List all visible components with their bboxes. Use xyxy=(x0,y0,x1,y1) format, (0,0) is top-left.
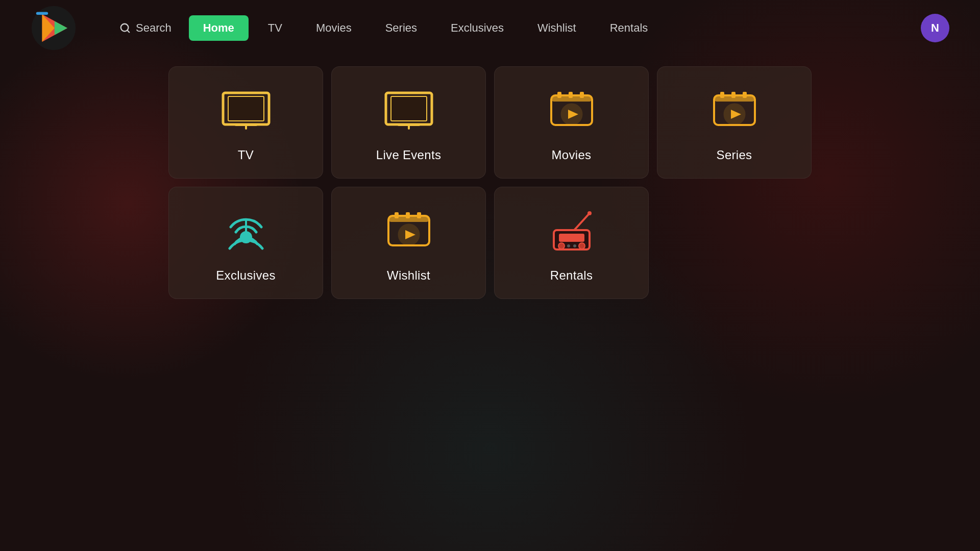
exclusives-label: Exclusives xyxy=(216,268,275,283)
live-events-label: Live Events xyxy=(376,148,441,162)
live-events-icon xyxy=(383,90,434,131)
svg-rect-8 xyxy=(228,96,264,121)
svg-point-45 xyxy=(573,244,576,247)
navigation: Search Home TV Movies Series Exclusives … xyxy=(107,15,921,41)
grid-item-series[interactable]: Series xyxy=(657,66,812,179)
exclusives-icon-wrapper xyxy=(218,203,274,259)
tv-icon xyxy=(220,90,272,131)
movies-icon xyxy=(546,88,597,134)
nav-rentals[interactable]: Rentals xyxy=(596,15,663,41)
nav-home[interactable]: Home xyxy=(189,15,249,41)
series-icon xyxy=(709,88,760,134)
rentals-icon xyxy=(546,206,597,257)
svg-line-42 xyxy=(574,213,590,230)
nav-exclusives[interactable]: Exclusives xyxy=(436,15,518,41)
series-label: Series xyxy=(717,148,752,162)
exclusives-icon xyxy=(220,206,272,257)
grid-item-rentals[interactable]: Rentals xyxy=(494,187,649,299)
tv-icon-wrapper xyxy=(218,83,274,139)
grid-item-movies[interactable]: Movies xyxy=(494,66,649,179)
grid-item-tv[interactable]: TV xyxy=(168,66,323,179)
rentals-icon-wrapper xyxy=(544,203,600,259)
wishlist-label: Wishlist xyxy=(387,268,430,283)
main-content: TV Live Events xyxy=(0,56,980,309)
tv-label: TV xyxy=(238,148,254,162)
rentals-label: Rentals xyxy=(550,268,593,283)
svg-rect-26 xyxy=(743,92,747,98)
nav-movies[interactable]: Movies xyxy=(302,15,366,41)
svg-rect-17 xyxy=(557,92,561,98)
svg-point-44 xyxy=(567,244,570,247)
user-avatar[interactable]: N xyxy=(921,14,949,42)
nav-wishlist[interactable]: Wishlist xyxy=(523,15,591,41)
grid-item-wishlist[interactable]: Wishlist xyxy=(331,187,486,299)
search-button[interactable]: Search xyxy=(107,15,184,41)
wishlist-icon xyxy=(383,208,434,254)
wishlist-icon-wrapper xyxy=(381,203,437,259)
svg-rect-25 xyxy=(731,92,736,98)
movies-label: Movies xyxy=(552,148,592,162)
series-icon-wrapper xyxy=(706,83,763,139)
logo[interactable] xyxy=(31,5,77,51)
header: Search Home TV Movies Series Exclusives … xyxy=(0,0,980,56)
category-grid: TV Live Events xyxy=(133,56,847,309)
svg-point-43 xyxy=(587,211,592,215)
nav-tv[interactable]: TV xyxy=(254,15,297,41)
search-label: Search xyxy=(136,21,172,35)
svg-rect-12 xyxy=(391,96,427,121)
svg-rect-24 xyxy=(720,92,724,98)
svg-rect-34 xyxy=(406,212,410,218)
svg-point-41 xyxy=(579,243,585,249)
svg-rect-35 xyxy=(417,212,421,218)
svg-line-6 xyxy=(127,30,129,32)
svg-point-40 xyxy=(558,243,565,249)
movies-icon-wrapper xyxy=(544,83,600,139)
svg-rect-39 xyxy=(559,234,584,242)
live-events-icon-wrapper xyxy=(381,83,437,139)
nav-series[interactable]: Series xyxy=(371,15,431,41)
search-icon xyxy=(119,22,131,34)
svg-rect-33 xyxy=(395,212,399,218)
svg-rect-19 xyxy=(580,92,584,98)
grid-item-exclusives[interactable]: Exclusives xyxy=(168,187,323,299)
grid-item-live-events[interactable]: Live Events xyxy=(331,66,486,179)
svg-rect-18 xyxy=(569,92,573,98)
